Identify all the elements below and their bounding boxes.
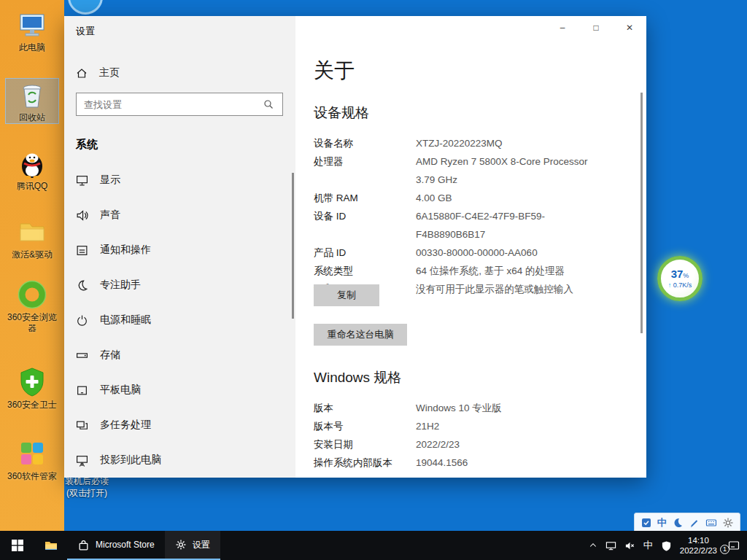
sidebar-item-power-sleep[interactable]: 电源和睡眠: [64, 303, 295, 338]
hidden-icons-chevron[interactable]: [589, 541, 597, 550]
spec-label: 版本: [314, 399, 416, 417]
spec-label: 机带 RAM: [314, 189, 416, 207]
sidebar-item-focus-assist[interactable]: 专注助手: [64, 268, 295, 303]
desktop-icon-tencent-qq[interactable]: 腾讯QQ: [6, 147, 58, 192]
taskbar-app-label: 设置: [193, 539, 210, 551]
network-icon[interactable]: [605, 540, 616, 551]
sound-icon: [76, 209, 88, 222]
wallpaper-logo-circle: [68, 0, 103, 15]
settings-sidebar: 设置 主页 系统 显示: [64, 16, 295, 478]
gear-icon[interactable]: [722, 517, 734, 529]
tablet-icon: [76, 384, 88, 397]
sidebar-item-label: 投影到此电脑: [100, 454, 161, 467]
sidebar-item-projecting[interactable]: 投影到此电脑: [64, 443, 295, 478]
windows-spec-heading: Windows 规格: [314, 368, 401, 387]
speed-ball-percent: 37%: [671, 268, 689, 281]
taskbar-app-microsoft-store[interactable]: Microsoft Store: [67, 531, 165, 560]
action-center-icon: [728, 540, 740, 551]
power-icon: [76, 314, 88, 327]
action-center-button[interactable]: 1: [725, 540, 740, 551]
desktop-icon-label: 360软件管家: [6, 471, 58, 482]
tray-ime-indicator[interactable]: 中: [643, 539, 653, 552]
microsoft-store-icon: [77, 539, 90, 551]
spec-row: 系统类型 64 位操作系统, 基于 x64 的处理器: [314, 262, 598, 280]
start-button[interactable]: [0, 531, 35, 560]
360-browser-icon: [16, 279, 48, 311]
sidebar-item-tablet[interactable]: 平板电脑: [64, 373, 295, 408]
desktop-icon-360-browser[interactable]: 360安全浏览器: [6, 279, 58, 334]
desktop-icon-label: 腾讯QQ: [6, 181, 58, 192]
desktop-icon-this-pc[interactable]: 此电脑: [6, 9, 58, 53]
spec-row: 产品 ID 00330-80000-00000-AA060: [314, 244, 598, 262]
spec-value: 2022/2/23: [416, 435, 598, 454]
pen-icon[interactable]: [689, 517, 700, 529]
settings-gear-icon: [175, 539, 187, 551]
desktop-icon-360-safeguard[interactable]: 360安全卫士: [6, 366, 58, 411]
settings-main-pane: – □ ✕ 关于 设备规格 设备名称 XTZJ-20220223MQ 处理器 A…: [295, 16, 646, 478]
close-button[interactable]: ✕: [613, 16, 646, 39]
desktop-icon-activation-driver[interactable]: 激活&驱动: [6, 216, 58, 260]
sidebar-item-label: 专注助手: [100, 279, 141, 292]
maximize-button[interactable]: □: [579, 16, 613, 39]
rename-pc-button[interactable]: 重命名这台电脑: [314, 324, 407, 346]
spec-row: 操作系统内部版本 19044.1566: [314, 454, 598, 472]
clock-date: 2022/2/23: [680, 545, 717, 556]
sidebar-item-sound[interactable]: 声音: [64, 198, 295, 233]
360-software-manager-icon: [16, 438, 48, 470]
sidebar-item-label: 电源和睡眠: [100, 314, 151, 327]
spec-row: 版本号 21H2: [314, 417, 598, 435]
taskbar: Microsoft Store 设置: [0, 531, 747, 560]
spec-label: 系统类型: [314, 262, 416, 280]
volume-muted-icon[interactable]: [624, 540, 635, 551]
spec-value: 6A15880F-C4E2-47F9-BF59-F4B8890B6B17: [416, 207, 598, 244]
spec-row: 处理器 AMD Ryzen 7 5800X 8-Core Processor 3…: [314, 152, 598, 189]
sidebar-item-display[interactable]: 显示: [64, 163, 295, 198]
spec-label: 设备 ID: [314, 207, 416, 244]
speed-ball[interactable]: 37% ↑ 0.7K/s: [657, 256, 703, 301]
display-icon: [76, 174, 88, 187]
sidebar-item-storage[interactable]: 存储: [64, 338, 295, 373]
desktop-icon-label: 360安全浏览器: [6, 312, 58, 334]
check-square-icon[interactable]: [640, 517, 652, 529]
search-icon[interactable]: [263, 98, 274, 110]
moon-icon[interactable]: [672, 517, 684, 529]
notification-badge: 1: [720, 545, 729, 554]
taskbar-app-label: Microsoft Store: [96, 540, 155, 550]
qq-icon: [16, 147, 48, 179]
ime-lang-indicator[interactable]: 中: [657, 516, 667, 529]
spec-row: 设备 ID 6A15880F-C4E2-47F9-BF59-F4B8890B6B…: [314, 207, 598, 244]
speed-ball-speed: ↑ 0.7K/s: [668, 281, 692, 289]
desktop-icon-label: 回收站: [6, 112, 58, 123]
sidebar-item-notifications[interactable]: 通知和操作: [64, 233, 295, 268]
search-input[interactable]: [76, 93, 283, 116]
spec-value: 64 位操作系统, 基于 x64 的处理器: [416, 262, 598, 280]
desktop-icon-recycle-bin[interactable]: 回收站: [6, 79, 58, 123]
sidebar-scrollbar[interactable]: [292, 173, 294, 319]
sidebar-item-label: 通知和操作: [100, 244, 151, 257]
recycle-bin-icon: [16, 79, 48, 111]
window-controls: – □ ✕: [546, 16, 646, 39]
taskbar-app-settings[interactable]: 设置: [165, 531, 220, 560]
spec-row: 版本 Windows 10 专业版: [314, 399, 598, 417]
sidebar-item-multitasking[interactable]: 多任务处理: [64, 408, 295, 443]
copy-button[interactable]: 复制: [314, 284, 379, 306]
folder-icon: [16, 216, 48, 248]
sidebar-item-home[interactable]: 主页: [76, 63, 120, 83]
main-scrollbar[interactable]: [640, 93, 643, 333]
desktop-icon-label: 360安全卫士: [6, 400, 58, 411]
spec-value: 19044.1566: [416, 454, 598, 472]
multitasking-icon: [76, 419, 88, 432]
file-explorer-button[interactable]: [35, 531, 67, 560]
taskbar-clock[interactable]: 14:10 2022/2/23: [680, 535, 717, 556]
defender-shield-icon[interactable]: [661, 540, 672, 551]
sidebar-home-label: 主页: [99, 66, 120, 79]
settings-window: 设置 主页 系统 显示: [64, 16, 646, 478]
keyboard-icon[interactable]: [705, 517, 717, 529]
desktop-icon-360-software-manager[interactable]: 360软件管家: [6, 438, 58, 482]
spec-label: 设备名称: [314, 134, 416, 152]
desktop-icon-label: 激活&驱动: [6, 249, 58, 260]
spec-value: 00330-80000-00000-AA060: [416, 244, 598, 262]
spec-value: 没有可用于此显示器的笔或触控输入: [416, 280, 598, 298]
desktop-icon-readme-label[interactable]: 装机后必读(双击打开): [62, 475, 112, 499]
minimize-button[interactable]: –: [546, 16, 579, 39]
